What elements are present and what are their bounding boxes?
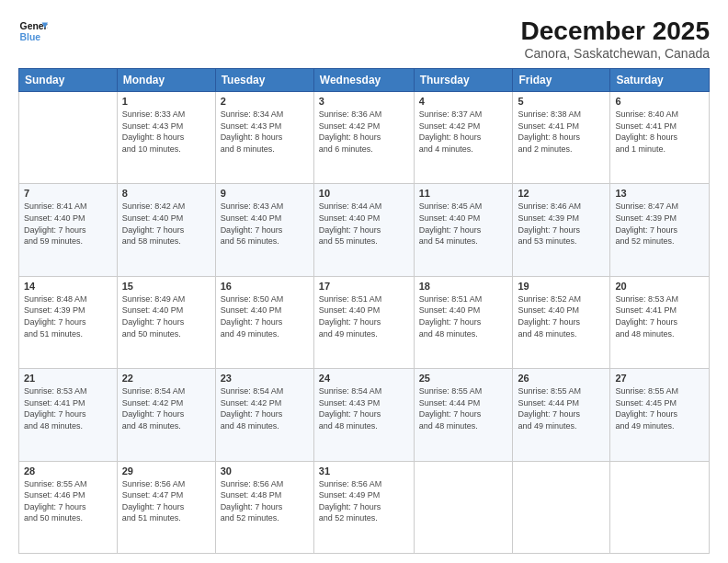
calendar-table: Sunday Monday Tuesday Wednesday Thursday… — [18, 68, 710, 554]
calendar-cell: 20Sunrise: 8:53 AM Sunset: 4:41 PM Dayli… — [610, 276, 710, 368]
cell-content: Sunrise: 8:52 AM Sunset: 4:40 PM Dayligh… — [518, 293, 605, 339]
calendar-cell: 31Sunrise: 8:56 AM Sunset: 4:49 PM Dayli… — [313, 461, 414, 553]
day-number: 23 — [221, 373, 309, 384]
day-number: 4 — [419, 96, 508, 107]
calendar-cell: 14Sunrise: 8:48 AM Sunset: 4:39 PM Dayli… — [19, 276, 118, 368]
cell-content: Sunrise: 8:56 AM Sunset: 4:49 PM Dayligh… — [319, 478, 409, 524]
day-number: 7 — [24, 188, 112, 199]
calendar-cell: 1Sunrise: 8:33 AM Sunset: 4:43 PM Daylig… — [117, 92, 215, 184]
cell-content: Sunrise: 8:48 AM Sunset: 4:39 PM Dayligh… — [24, 293, 112, 339]
cell-content: Sunrise: 8:51 AM Sunset: 4:40 PM Dayligh… — [419, 293, 508, 339]
cell-content: Sunrise: 8:50 AM Sunset: 4:40 PM Dayligh… — [221, 293, 309, 339]
day-number: 27 — [615, 373, 704, 384]
calendar-cell: 4Sunrise: 8:37 AM Sunset: 4:42 PM Daylig… — [414, 92, 513, 184]
header: General Blue December 2025 Canora, Saska… — [18, 17, 710, 61]
cell-content: Sunrise: 8:40 AM Sunset: 4:41 PM Dayligh… — [615, 109, 704, 155]
calendar-cell: 11Sunrise: 8:45 AM Sunset: 4:40 PM Dayli… — [414, 184, 513, 276]
calendar-cell: 12Sunrise: 8:46 AM Sunset: 4:39 PM Dayli… — [513, 184, 610, 276]
cell-content: Sunrise: 8:46 AM Sunset: 4:39 PM Dayligh… — [518, 201, 605, 247]
calendar-cell: 2Sunrise: 8:34 AM Sunset: 4:43 PM Daylig… — [215, 92, 313, 184]
cell-content: Sunrise: 8:55 AM Sunset: 4:45 PM Dayligh… — [615, 385, 704, 431]
day-number: 29 — [122, 465, 210, 477]
calendar-cell: 9Sunrise: 8:43 AM Sunset: 4:40 PM Daylig… — [215, 184, 313, 276]
col-saturday: Saturday — [610, 69, 710, 92]
day-number: 31 — [319, 465, 409, 477]
subtitle: Canora, Saskatchewan, Canada — [521, 46, 710, 61]
calendar-cell — [19, 92, 118, 184]
cell-content: Sunrise: 8:33 AM Sunset: 4:43 PM Dayligh… — [122, 109, 210, 155]
title-block: December 2025 Canora, Saskatchewan, Cana… — [521, 17, 710, 61]
day-number: 15 — [122, 281, 210, 292]
day-number: 19 — [518, 281, 605, 292]
calendar-cell: 17Sunrise: 8:51 AM Sunset: 4:40 PM Dayli… — [313, 276, 414, 368]
cell-content: Sunrise: 8:37 AM Sunset: 4:42 PM Dayligh… — [419, 109, 508, 155]
calendar-cell: 6Sunrise: 8:40 AM Sunset: 4:41 PM Daylig… — [610, 92, 710, 184]
svg-text:Blue: Blue — [20, 32, 41, 42]
calendar-cell: 30Sunrise: 8:56 AM Sunset: 4:48 PM Dayli… — [215, 461, 313, 553]
cell-content: Sunrise: 8:38 AM Sunset: 4:41 PM Dayligh… — [518, 109, 605, 155]
cell-content: Sunrise: 8:51 AM Sunset: 4:40 PM Dayligh… — [319, 293, 409, 339]
day-number: 3 — [319, 96, 409, 107]
day-number: 24 — [319, 373, 409, 384]
day-number: 8 — [122, 188, 210, 199]
calendar-cell: 16Sunrise: 8:50 AM Sunset: 4:40 PM Dayli… — [215, 276, 313, 368]
calendar-cell: 3Sunrise: 8:36 AM Sunset: 4:42 PM Daylig… — [313, 92, 414, 184]
calendar-cell: 8Sunrise: 8:42 AM Sunset: 4:40 PM Daylig… — [117, 184, 215, 276]
day-number: 14 — [24, 281, 112, 292]
cell-content: Sunrise: 8:47 AM Sunset: 4:39 PM Dayligh… — [615, 201, 704, 247]
calendar-cell — [414, 461, 513, 553]
day-number: 18 — [419, 281, 508, 292]
day-number: 30 — [221, 465, 309, 477]
col-friday: Friday — [513, 69, 610, 92]
calendar-body: 1Sunrise: 8:33 AM Sunset: 4:43 PM Daylig… — [19, 92, 710, 554]
day-number: 11 — [419, 188, 508, 199]
calendar-cell: 27Sunrise: 8:55 AM Sunset: 4:45 PM Dayli… — [610, 369, 710, 461]
cell-content: Sunrise: 8:34 AM Sunset: 4:43 PM Dayligh… — [221, 109, 309, 155]
calendar-cell: 24Sunrise: 8:54 AM Sunset: 4:43 PM Dayli… — [313, 369, 414, 461]
page: General Blue December 2025 Canora, Saska… — [0, 0, 728, 563]
calendar-cell: 15Sunrise: 8:49 AM Sunset: 4:40 PM Dayli… — [117, 276, 215, 368]
calendar-week-row: 1Sunrise: 8:33 AM Sunset: 4:43 PM Daylig… — [19, 92, 710, 184]
day-number: 16 — [221, 281, 309, 292]
main-title: December 2025 — [521, 17, 710, 46]
calendar-cell: 26Sunrise: 8:55 AM Sunset: 4:44 PM Dayli… — [513, 369, 610, 461]
day-number: 1 — [122, 96, 210, 107]
cell-content: Sunrise: 8:36 AM Sunset: 4:42 PM Dayligh… — [319, 109, 409, 155]
cell-content: Sunrise: 8:54 AM Sunset: 4:42 PM Dayligh… — [122, 385, 210, 431]
day-number: 25 — [419, 373, 508, 384]
cell-content: Sunrise: 8:43 AM Sunset: 4:40 PM Dayligh… — [221, 201, 309, 247]
cell-content: Sunrise: 8:56 AM Sunset: 4:48 PM Dayligh… — [221, 478, 309, 524]
day-number: 20 — [615, 281, 704, 292]
logo: General Blue — [18, 17, 48, 46]
day-number: 21 — [24, 373, 112, 384]
calendar-cell: 18Sunrise: 8:51 AM Sunset: 4:40 PM Dayli… — [414, 276, 513, 368]
day-number: 28 — [24, 465, 112, 477]
logo-icon: General Blue — [18, 17, 48, 46]
calendar-header: Sunday Monday Tuesday Wednesday Thursday… — [19, 69, 710, 92]
calendar-cell: 13Sunrise: 8:47 AM Sunset: 4:39 PM Dayli… — [610, 184, 710, 276]
day-number: 9 — [221, 188, 309, 199]
day-number: 10 — [319, 188, 409, 199]
col-tuesday: Tuesday — [215, 69, 313, 92]
cell-content: Sunrise: 8:54 AM Sunset: 4:42 PM Dayligh… — [221, 385, 309, 431]
calendar-week-row: 21Sunrise: 8:53 AM Sunset: 4:41 PM Dayli… — [19, 369, 710, 461]
calendar-cell: 29Sunrise: 8:56 AM Sunset: 4:47 PM Dayli… — [117, 461, 215, 553]
calendar-cell: 21Sunrise: 8:53 AM Sunset: 4:41 PM Dayli… — [19, 369, 118, 461]
cell-content: Sunrise: 8:56 AM Sunset: 4:47 PM Dayligh… — [122, 478, 210, 524]
calendar-week-row: 7Sunrise: 8:41 AM Sunset: 4:40 PM Daylig… — [19, 184, 710, 276]
cell-content: Sunrise: 8:55 AM Sunset: 4:44 PM Dayligh… — [518, 385, 605, 431]
cell-content: Sunrise: 8:42 AM Sunset: 4:40 PM Dayligh… — [122, 201, 210, 247]
calendar-week-row: 14Sunrise: 8:48 AM Sunset: 4:39 PM Dayli… — [19, 276, 710, 368]
calendar-cell: 19Sunrise: 8:52 AM Sunset: 4:40 PM Dayli… — [513, 276, 610, 368]
day-number: 17 — [319, 281, 409, 292]
col-sunday: Sunday — [19, 69, 118, 92]
day-number: 26 — [518, 373, 605, 384]
cell-content: Sunrise: 8:55 AM Sunset: 4:44 PM Dayligh… — [419, 385, 508, 431]
cell-content: Sunrise: 8:44 AM Sunset: 4:40 PM Dayligh… — [319, 201, 409, 247]
calendar-cell: 5Sunrise: 8:38 AM Sunset: 4:41 PM Daylig… — [513, 92, 610, 184]
calendar-cell — [513, 461, 610, 553]
cell-content: Sunrise: 8:53 AM Sunset: 4:41 PM Dayligh… — [615, 293, 704, 339]
cell-content: Sunrise: 8:49 AM Sunset: 4:40 PM Dayligh… — [122, 293, 210, 339]
header-row: Sunday Monday Tuesday Wednesday Thursday… — [19, 69, 710, 92]
calendar-cell: 28Sunrise: 8:55 AM Sunset: 4:46 PM Dayli… — [19, 461, 118, 553]
